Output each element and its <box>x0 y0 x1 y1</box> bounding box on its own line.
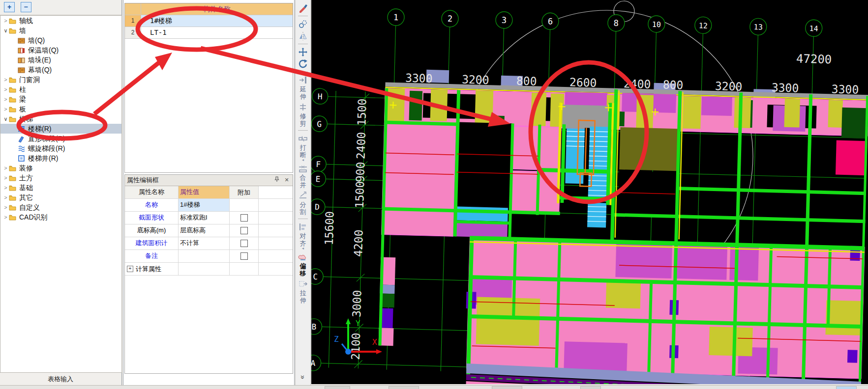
property-row[interactable]: 截面形状标准双跑I <box>125 212 293 224</box>
property-value[interactable] <box>179 250 230 262</box>
mirror-tool-button[interactable] <box>298 31 308 41</box>
axis-bubble: G <box>311 116 328 132</box>
tree-item-label: 幕墙(Q) <box>28 65 52 75</box>
tree-item[interactable]: 直形梯段(R) <box>0 134 121 143</box>
expand-all-button[interactable]: + <box>4 2 15 12</box>
property-value[interactable]: 层底标高 <box>179 224 230 237</box>
expand-arrow-icon[interactable]: > <box>2 173 9 183</box>
attach-checkbox[interactable] <box>240 240 248 247</box>
floor-plan-drawing: 1236810121314HGFEDCBA <box>311 0 868 384</box>
extend-tool-button[interactable]: 延伸 <box>298 75 308 100</box>
status-widget[interactable] <box>325 386 350 389</box>
tree-item[interactable]: 楼梯(R) <box>0 124 121 134</box>
rotate-tool-button[interactable] <box>298 59 308 69</box>
copy-tool-button[interactable] <box>298 19 308 29</box>
tree-item[interactable]: >装修 <box>0 163 121 173</box>
tool-flyout-arrow-icon[interactable]: ◂ <box>302 159 304 162</box>
toolbar-more-icon[interactable]: » <box>299 375 307 379</box>
tree-item[interactable]: >CAD识别 <box>0 212 121 222</box>
attach-checkbox[interactable] <box>240 252 248 260</box>
property-row[interactable]: 底标高(m)层底标高 <box>125 224 293 237</box>
tree-item[interactable]: >柱 <box>0 84 121 94</box>
trim-tool-button[interactable]: 修剪 <box>298 102 308 127</box>
tree-item[interactable]: >门窗洞 <box>0 75 121 84</box>
tree-item[interactable]: 螺旋梯段(R) <box>0 143 121 153</box>
expand-arrow-icon[interactable]: > <box>2 212 9 222</box>
tree-item[interactable]: 保温墙(Q) <box>0 45 121 55</box>
status-widget[interactable] <box>580 386 601 389</box>
calc-properties-row[interactable]: + 计算属性 <box>125 263 293 276</box>
status-widget[interactable] <box>836 386 857 389</box>
tree-item-label: 门窗洞 <box>19 75 40 84</box>
property-value[interactable]: 1#楼梯 <box>179 199 230 211</box>
tree-item[interactable]: 墙(Q) <box>0 35 121 45</box>
property-value[interactable]: 标准双跑I <box>179 212 230 224</box>
cad-viewport[interactable]: 1236810121314HGFEDCBA <box>311 0 868 384</box>
tool-label: 分割 <box>299 201 307 216</box>
tree-item[interactable]: ∨墙 <box>0 26 121 35</box>
tree-item[interactable]: ∨楼梯 <box>0 114 121 124</box>
axis-bubble: 6 <box>542 13 559 30</box>
toolbar-separator <box>298 16 308 16</box>
property-row[interactable]: 建筑面积计不计算 <box>125 237 293 250</box>
tree-item[interactable]: 墙垛(E) <box>0 55 121 65</box>
tool-flyout-arrow-icon[interactable]: ◂ <box>302 247 304 250</box>
tree-item[interactable]: 楼梯井(R) <box>0 153 121 163</box>
tree-item[interactable]: >其它 <box>0 193 121 202</box>
status-widget[interactable] <box>389 386 419 389</box>
svg-text:2: 2 <box>448 14 453 24</box>
tree-item[interactable]: >轴线 <box>0 16 121 26</box>
align-tool-button[interactable]: 对齐◂ <box>298 222 308 250</box>
attach-checkbox[interactable] <box>240 227 248 234</box>
expand-arrow-icon[interactable]: > <box>2 94 9 104</box>
dimension-label: 3000 <box>350 290 363 317</box>
tree-item[interactable]: >土方 <box>0 173 121 183</box>
brush-tool-button[interactable] <box>298 3 308 13</box>
offset-tool-button[interactable]: 偏移 <box>298 252 308 277</box>
axis-bubble: F <box>311 156 327 172</box>
property-value[interactable]: 不计算 <box>179 237 230 250</box>
folder-icon <box>9 204 17 211</box>
collapse-arrow-icon[interactable]: ∨ <box>2 26 9 35</box>
collapse-all-button[interactable]: − <box>21 2 31 12</box>
table-input-tab[interactable]: 表格输入 <box>0 372 121 386</box>
align-icon <box>298 222 308 232</box>
component-row[interactable]: 11#楼梯 <box>125 15 293 27</box>
close-icon[interactable]: ✕ <box>283 176 291 184</box>
split-tool-button[interactable]: 分割 <box>298 191 308 216</box>
tree-item[interactable]: >梁 <box>0 94 121 104</box>
status-widget[interactable] <box>492 386 522 389</box>
move-tool-button[interactable] <box>298 47 308 57</box>
expand-arrow-icon[interactable]: > <box>2 193 9 202</box>
component-row[interactable]: 2LT-1 <box>125 27 293 39</box>
expand-arrow-icon[interactable]: > <box>2 202 9 212</box>
dimension-label: 3300 <box>831 83 859 96</box>
tree-item[interactable]: >基础 <box>0 183 121 193</box>
expand-arrow-icon[interactable]: > <box>2 84 9 94</box>
expand-arrow-icon[interactable]: > <box>2 183 9 193</box>
collapse-arrow-icon[interactable]: ∨ <box>2 114 9 124</box>
pin-icon[interactable] <box>273 176 281 184</box>
ucs-y-label: Y <box>356 319 360 328</box>
expand-arrow-icon[interactable]: > <box>2 163 9 173</box>
stretch-tool-button[interactable]: 拉伸 <box>298 279 308 304</box>
tree-item[interactable]: >自定义 <box>0 202 121 212</box>
svg-text:1: 1 <box>393 12 399 22</box>
dimension-label: 800 <box>516 75 537 88</box>
tree-item-label: 基础 <box>19 183 33 193</box>
break-tool-button[interactable]: 打断◂ <box>298 134 308 162</box>
expand-arrow-icon[interactable]: > <box>2 104 9 114</box>
merge-tool-button[interactable]: 合并 <box>298 164 308 189</box>
property-row[interactable]: 名称1#楼梯 <box>125 199 293 212</box>
tree-item-label: CAD识别 <box>19 212 48 222</box>
property-row[interactable]: 备注 <box>125 250 293 263</box>
tree-item[interactable]: 幕墙(Q) <box>0 65 121 75</box>
tree-item-label: 直形梯段(R) <box>28 134 65 143</box>
mirror-icon <box>298 31 308 41</box>
attach-checkbox[interactable] <box>240 214 248 222</box>
axis-bubble: 3 <box>496 11 513 28</box>
expand-plus-icon[interactable]: + <box>127 266 133 272</box>
tree-item[interactable]: >板 <box>0 104 121 114</box>
expand-arrow-icon[interactable]: > <box>2 75 9 84</box>
expand-arrow-icon[interactable]: > <box>2 16 9 26</box>
